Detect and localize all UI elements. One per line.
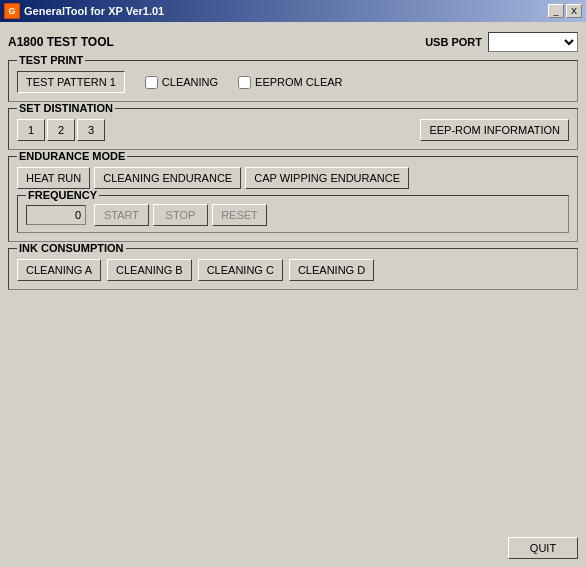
frequency-label: FREQUENCY [26,189,99,201]
cleaning-d-button[interactable]: CLEANING D [289,259,374,281]
ink-consumption-label: INK CONSUMPTION [17,242,126,254]
eeprom-info-button[interactable]: EEP-ROM INFORMATION [420,119,569,141]
cleaning-b-button[interactable]: CLEANING B [107,259,192,281]
cleaning-checkbox[interactable] [145,76,158,89]
cap-wipping-button[interactable]: CAP WIPPING ENDURANCE [245,167,409,189]
endurance-mode-label: ENDURANCE MODE [17,150,127,162]
cleaning-a-button[interactable]: CLEANING A [17,259,101,281]
reset-button[interactable]: RESET [212,204,267,226]
heat-run-button[interactable]: HEAT RUN [17,167,90,189]
title-bar: G GeneralTool for XP Ver1.01 _ X [0,0,586,22]
set-destination-label: SET DISTINATION [17,102,115,114]
dest-button-2[interactable]: 2 [47,119,75,141]
eeprom-label: EEPROM CLEAR [255,76,342,88]
test-print-label: TEST PRINT [17,54,85,66]
minimize-button[interactable]: _ [548,4,564,18]
cleaning-label: CLEANING [162,76,218,88]
title-text: GeneralTool for XP Ver1.01 [24,5,164,17]
stop-button[interactable]: STOP [153,204,208,226]
dest-button-3[interactable]: 3 [77,119,105,141]
quit-button[interactable]: QUIT [508,537,578,559]
start-button[interactable]: START [94,204,149,226]
frequency-input[interactable] [26,205,86,225]
close-button[interactable]: X [566,4,582,18]
app-icon: G [4,3,20,19]
cleaning-endurance-button[interactable]: CLEANING ENDURANCE [94,167,241,189]
usb-port-select[interactable] [488,32,578,52]
dest-button-1[interactable]: 1 [17,119,45,141]
eeprom-checkbox[interactable] [238,76,251,89]
app-title: A1800 TEST TOOL [8,35,114,49]
test-pattern-button[interactable]: TEST PATTERN 1 [17,71,125,93]
usb-port-label: USB PORT [425,36,482,48]
cleaning-c-button[interactable]: CLEANING C [198,259,283,281]
